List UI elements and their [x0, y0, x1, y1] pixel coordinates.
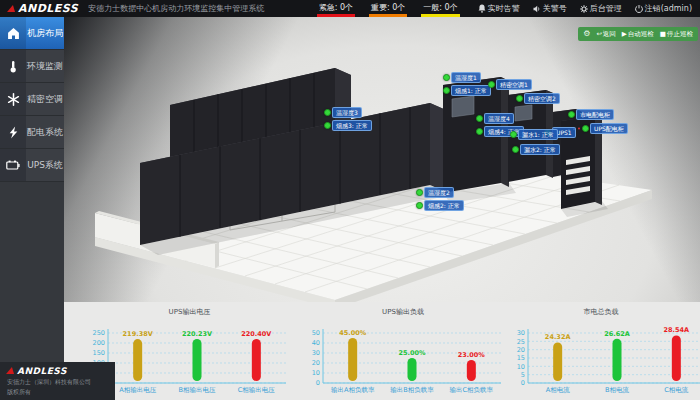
scene-back-button[interactable]: ↩返回 [596, 30, 615, 39]
mute-alarm-button[interactable]: 关警号 [533, 3, 567, 14]
svg-text:40: 40 [312, 339, 320, 347]
svg-text:200: 200 [93, 339, 105, 347]
bell-icon [478, 4, 486, 13]
mains-load-chart: 05101520253024.32AA相电流26.62AB相电流28.54AC相… [502, 317, 700, 400]
gear-icon [580, 5, 588, 13]
sidebar-item-label: 环境监测 [26, 50, 64, 82]
status-dot [488, 81, 495, 88]
header: ANDLESS 安德力士数据中心机房动力环境监控集中管理系统 紧急: 0个重要:… [0, 0, 700, 17]
sensor-label-11[interactable]: 漏水1: 正常 [510, 129, 558, 140]
sidebar-item-power-distribution[interactable]: 配电系统 [0, 116, 64, 149]
svg-text:24.32A: 24.32A [545, 333, 571, 341]
sensor-label-14[interactable]: 烟感2: 正常 [416, 200, 464, 211]
footer-company: 安德力士（深圳）科技有限公司 [7, 378, 115, 387]
viewport-3d[interactable]: ⚙ ↩返回 ▶自动巡检 ■停止巡检 温湿度1烟感1: 正常精密空调1精密空调2温… [64, 17, 700, 302]
stop-patrol-button[interactable]: ■停止巡检 [660, 30, 693, 39]
status-dot [443, 74, 450, 81]
top-menu: 实时告警 关警号 后台管理 注销(admin) [478, 3, 692, 14]
logout-icon [635, 5, 643, 13]
sensor-label-4[interactable]: 温湿度3 [324, 107, 362, 118]
svg-text:0: 0 [316, 379, 320, 387]
svg-text:15: 15 [517, 354, 525, 362]
sensor-label-3[interactable]: 精密空调2 [516, 93, 560, 104]
sidebar-item-precision-ac[interactable]: 精密空调 [0, 83, 64, 116]
status-dot [416, 189, 423, 196]
realtime-alarm-label: 实时告警 [488, 3, 520, 14]
logout-button[interactable]: 注销(admin) [635, 3, 692, 14]
chart-title: UPS输出负载 [297, 304, 509, 317]
sensor-label-12[interactable]: 漏水2: 正常 [512, 144, 560, 155]
status-dot [416, 202, 423, 209]
machine-room-scene [64, 17, 700, 302]
svg-text:23.00%: 23.00% [458, 351, 486, 359]
lightning-icon [0, 116, 26, 148]
logout-label: 注销(admin) [645, 3, 692, 14]
sensor-label-text: 烟感3: 正常 [332, 120, 372, 131]
sidebar-item-ups-system[interactable]: UPS系统 [0, 149, 64, 182]
back-icon: ↩ [596, 30, 601, 38]
sensor-label-text: 烟感1: 正常 [451, 85, 491, 96]
sensor-label-text: 市电配电柜 [576, 109, 614, 120]
status-dot [568, 111, 575, 118]
app-root: ANDLESS 安德力士数据中心机房动力环境监控集中管理系统 紧急: 0个重要:… [0, 0, 700, 400]
sidebar-item-label: 配电系统 [26, 116, 64, 148]
sensor-label-5[interactable]: 烟感3: 正常 [324, 120, 372, 131]
svg-text:30: 30 [517, 329, 525, 337]
back-label: 返回 [603, 30, 616, 39]
auto-patrol-button[interactable]: ▶自动巡检 [622, 30, 654, 39]
svg-text:50: 50 [312, 329, 320, 337]
sidebar-item-environment[interactable]: 环境监测 [0, 50, 64, 83]
alarm-pill-0[interactable]: 紧急: 0个 [317, 0, 355, 17]
admin-button[interactable]: 后台管理 [580, 3, 622, 14]
status-dot [476, 128, 483, 135]
sensor-label-0[interactable]: 温湿度1 [443, 72, 481, 83]
sidebar-item-room-layout[interactable]: 机房布局 [0, 17, 64, 50]
chart-title: UPS输出电压 [82, 304, 297, 317]
sensor-label-text: 温湿度4 [484, 113, 514, 124]
sensor-label-2[interactable]: 精密空调1 [488, 79, 532, 90]
status-dot [324, 109, 331, 116]
svg-text:150: 150 [93, 349, 105, 357]
status-dot [516, 95, 523, 102]
sensor-label-1[interactable]: 烟感1: 正常 [443, 85, 491, 96]
svg-text:0: 0 [521, 379, 525, 387]
sensor-label-text: 漏水2: 正常 [520, 144, 560, 155]
realtime-alarm-button[interactable]: 实时告警 [478, 3, 520, 14]
stop-icon: ■ [660, 30, 666, 38]
sidebar-item-label: 精密空调 [26, 83, 64, 115]
svg-text:B相输出电压: B相输出电压 [179, 386, 216, 394]
status-dot [324, 122, 331, 129]
sensor-label-text: 烟感2: 正常 [424, 200, 464, 211]
svg-text:220.23V: 220.23V [182, 330, 212, 338]
charts-strip: UPS输出电压 050100150200250219.38VA相输出电压220.… [64, 302, 700, 400]
status-dot [512, 146, 519, 153]
sensor-label-9[interactable]: UPS配电柜 [582, 123, 628, 134]
ups-load-chart: 0102030405045.00%输出A相负载率25.00%输出B相负载率23.… [297, 317, 509, 400]
play-icon: ▶ [622, 30, 627, 38]
snowflake-icon [0, 83, 26, 115]
sidebar-item-label: UPS系统 [26, 149, 64, 181]
status-dot [582, 125, 589, 132]
admin-label: 后台管理 [590, 3, 622, 14]
svg-text:45.00%: 45.00% [339, 329, 367, 337]
svg-text:220.40V: 220.40V [241, 330, 271, 338]
scene-settings-icon[interactable]: ⚙ [583, 30, 590, 38]
alarm-summary: 紧急: 0个重要: 0个一般: 0个 [317, 0, 460, 17]
sensor-label-13[interactable]: 温湿度2 [416, 187, 454, 198]
app-logo: ANDLESS [8, 2, 78, 15]
sensor-label-8[interactable]: 市电配电柜 [568, 109, 614, 120]
sensor-label-text: 精密空调1 [496, 79, 532, 90]
footer-rights: 版权所有 [7, 388, 115, 397]
svg-text:5: 5 [521, 371, 525, 379]
chart-title: 市电总负载 [502, 304, 700, 317]
svg-text:250: 250 [93, 329, 105, 337]
sensor-label-6[interactable]: 温湿度4 [476, 113, 514, 124]
sensor-label-text: 精密空调2 [524, 93, 560, 104]
svg-text:C相输出电压: C相输出电压 [238, 386, 276, 394]
svg-text:输出A相负载率: 输出A相负载率 [331, 386, 375, 394]
footer: ANDLESS 安德力士（深圳）科技有限公司 版权所有 [0, 362, 115, 400]
svg-text:25: 25 [517, 338, 525, 346]
alarm-pill-1[interactable]: 重要: 0个 [369, 0, 407, 17]
alarm-pill-2[interactable]: 一般: 0个 [421, 0, 459, 17]
sidebar: 机房布局 环境监测 精密空调 配电系统 UPS系统 [0, 17, 64, 362]
